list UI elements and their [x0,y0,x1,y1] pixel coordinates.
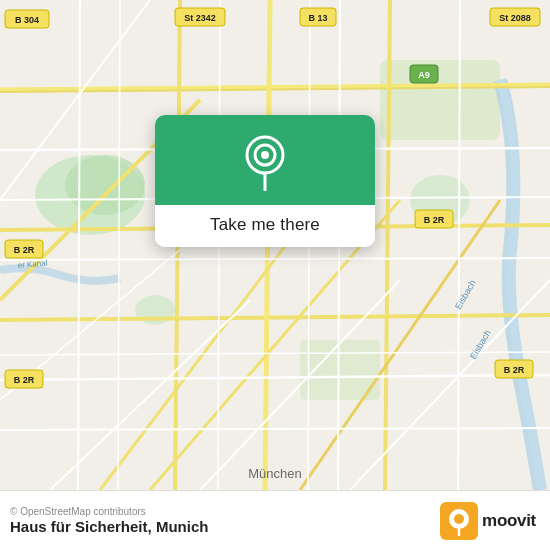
take-me-there-button[interactable]: Take me there [210,215,320,235]
location-info: © OpenStreetMap contributors Haus für Si… [10,506,208,535]
moovit-label: moovit [482,511,536,531]
attribution-text: © OpenStreetMap contributors [10,506,208,517]
moovit-logo[interactable]: moovit [440,502,536,540]
map-container: B 304 B 2R B 2R B 2R B 2R St 2342 B 13 S… [0,0,550,490]
svg-text:B 304: B 304 [15,15,39,25]
location-name: Haus für Sicherheit, Munich [10,518,208,535]
svg-text:St 2342: St 2342 [184,13,216,23]
svg-text:B 2R: B 2R [504,365,525,375]
svg-rect-3 [380,60,500,140]
svg-point-61 [454,514,464,524]
svg-text:B 2R: B 2R [424,215,445,225]
svg-point-2 [65,155,145,215]
svg-text:B 13: B 13 [308,13,327,23]
svg-text:St 2088: St 2088 [499,13,531,23]
svg-text:B 2R: B 2R [14,245,35,255]
svg-text:München: München [248,466,301,481]
card-green-header [155,115,375,205]
location-pin-icon [241,133,289,191]
moovit-pin-svg [446,506,472,536]
location-card: Take me there [155,115,375,247]
svg-text:B 2R: B 2R [14,375,35,385]
moovit-icon-wrapper [440,502,478,540]
card-action-section: Take me there [155,205,375,247]
svg-text:A9: A9 [418,70,430,80]
svg-point-59 [261,151,269,159]
bottom-bar: © OpenStreetMap contributors Haus für Si… [0,490,550,550]
